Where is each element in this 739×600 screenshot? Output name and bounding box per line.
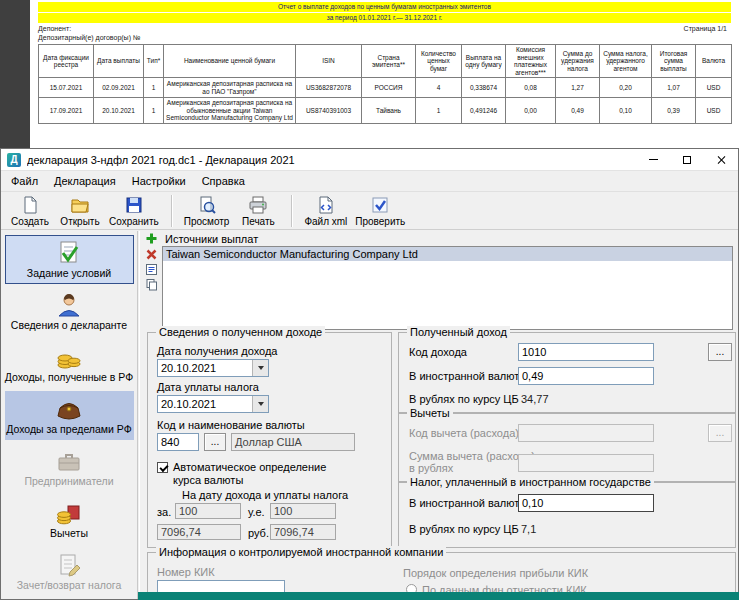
report-cell: 20.10.2021 xyxy=(94,98,144,124)
deduction-sum-label-line1: Сумма вычета (расхода) xyxy=(409,450,535,462)
report-cell: 02.09.2021 xyxy=(94,78,144,98)
menu-file[interactable]: Файл xyxy=(3,172,46,190)
report-cell: USD xyxy=(696,78,732,98)
desktop: Отчет о выплате доходов по ценным бумага… xyxy=(0,0,739,600)
tax-foreign-field[interactable]: 0,10 xyxy=(518,494,654,512)
copy-source-button[interactable] xyxy=(143,277,160,291)
window-title: декларация 3-ндфл 2021 год.dc1 - Деклара… xyxy=(27,154,636,166)
report-row: 15.07.2021 02.09.2021 1 Американская деп… xyxy=(39,78,732,98)
auto-rate-checkbox[interactable] xyxy=(157,462,168,473)
deduction-sum-label-line2: в рублях xyxy=(409,462,453,474)
report-col-header: Итоговая сумма выплаты xyxy=(652,45,696,78)
save-button[interactable]: Сохранить xyxy=(105,193,163,229)
report-cell: 0,49 xyxy=(556,98,600,124)
report-deponent-label: Депонент: xyxy=(38,25,71,32)
coins-ledger-icon xyxy=(56,500,82,526)
deductions-group: Вычеты Код вычета (расхода) ... Сумма вы… xyxy=(398,413,736,482)
currency-browse-button[interactable]: ... xyxy=(204,433,226,451)
za-label: за. xyxy=(157,506,171,518)
report-title-line2: за период 01.01.2021 г.— 31.12.2021 г. xyxy=(38,13,731,23)
report-agreement-label: Депозитарный(е) договор(ы) № xyxy=(38,34,140,41)
sidebar-item-label: Сведения о декларанте xyxy=(11,319,127,331)
date-tax-combo[interactable]: 20.10.2021 xyxy=(157,395,269,413)
edit-source-button[interactable] xyxy=(143,262,160,276)
report-cell: US8740391003 xyxy=(296,98,362,124)
sidebar-item-tax-refund[interactable]: Зачет/возврат налога xyxy=(5,547,134,596)
report-cell: USD xyxy=(696,98,732,124)
sidebar-item-label: Доходы, полученные в РФ xyxy=(5,371,133,383)
new-button[interactable]: Создать xyxy=(5,193,55,229)
menu-declaration[interactable]: Декларация xyxy=(46,172,124,190)
new-file-icon xyxy=(20,195,40,215)
sidebar-item-entrepreneurs[interactable]: Предприниматели xyxy=(5,443,134,492)
xml-file-button[interactable]: Файл xml xyxy=(300,193,351,229)
date-tax-label: Дата уплаты налога xyxy=(157,381,259,393)
source-list-item[interactable]: Taiwan Semiconductor Manufacturing Compa… xyxy=(163,247,732,261)
report-col-header: Наименование ценной бумаги xyxy=(164,45,296,78)
sources-list[interactable]: Taiwan Semiconductor Manufacturing Compa… xyxy=(162,246,733,330)
deductions-legend: Вычеты xyxy=(407,407,453,419)
report-cell: 0,39 xyxy=(652,98,696,124)
open-button-label: Открыть xyxy=(60,216,99,227)
verify-button[interactable]: Проверить xyxy=(351,193,409,229)
sidebar-item-income-abroad[interactable]: Доходы за пределами РФ xyxy=(5,391,134,440)
menu-help[interactable]: Справка xyxy=(194,172,253,190)
report-col-header: Дата выплаты xyxy=(94,45,144,78)
sidebar-item-conditions[interactable]: Задание условий xyxy=(5,235,134,284)
income-foreign-field[interactable]: 0,49 xyxy=(518,367,654,385)
report-col-header: Комиссия внешних платежных агентов*** xyxy=(506,45,556,78)
maximize-button[interactable] xyxy=(670,149,704,171)
report-title-line1: Отчет о выплате доходов по ценным бумага… xyxy=(38,2,731,12)
report-col-header: Количество ценных бумаг xyxy=(416,45,462,78)
preview-button-label: Просмотр xyxy=(184,216,230,227)
close-button[interactable] xyxy=(704,149,738,171)
report-page-label: Страница 1/1 xyxy=(684,25,727,32)
income-code-label: Код дохода xyxy=(409,346,467,358)
minimize-button[interactable] xyxy=(636,149,670,171)
copy-icon xyxy=(145,278,158,291)
open-folder-icon xyxy=(70,195,90,215)
report-header-row: Дата фиксации реестра Дата выплаты Тип* … xyxy=(39,45,732,78)
window-controls xyxy=(636,149,738,171)
dropdown-button[interactable] xyxy=(252,360,268,376)
income-code-field[interactable]: 1010 xyxy=(518,343,654,361)
currency-code-field[interactable]: 840 xyxy=(157,433,199,451)
sidebar-item-declarant[interactable]: Сведения о декларанте xyxy=(5,287,134,336)
purse-icon xyxy=(56,396,82,422)
sidebar-item-deductions[interactable]: Вычеты xyxy=(5,495,134,544)
received-income-group: Полученный доход Код дохода 1010 ... В и… xyxy=(398,332,736,413)
report-cell: 4 xyxy=(416,78,462,98)
ue-label: у.е. xyxy=(248,506,265,518)
tax-foreign-label: В иностранной валюте xyxy=(409,497,525,509)
print-button[interactable]: Печать xyxy=(233,193,283,229)
new-button-label: Создать xyxy=(11,216,49,227)
report-cell: 1,07 xyxy=(652,78,696,98)
toolbar-separator xyxy=(171,195,172,227)
menu-settings[interactable]: Настройки xyxy=(124,172,194,190)
verify-button-label: Проверить xyxy=(355,216,405,227)
open-button[interactable]: Открыть xyxy=(55,193,105,229)
report-cell: US3682872078 xyxy=(296,78,362,98)
deduction-code-label: Код вычета (расхода) xyxy=(409,427,519,439)
add-source-button[interactable] xyxy=(143,231,160,245)
income-rub-label: В рублях по курсу ЦБ xyxy=(409,393,519,405)
check-icon xyxy=(370,195,390,215)
delete-source-button[interactable] xyxy=(143,247,160,261)
deduction-browse-button: ... xyxy=(708,424,732,442)
sidebar-item-label: Зачет/возврат налога xyxy=(17,579,122,591)
auto-rate-label-line2[interactable]: курса валюты xyxy=(173,474,243,486)
dropdown-button[interactable] xyxy=(252,396,268,412)
minimize-icon xyxy=(649,159,658,160)
currency-name-field: Доллар США xyxy=(231,433,355,451)
window-titlebar[interactable]: Д декларация 3-ндфл 2021 год.dc1 - Декла… xyxy=(1,149,738,171)
sidebar-item-income-rf[interactable]: Доходы, полученные в РФ xyxy=(5,339,134,388)
plus-icon xyxy=(145,232,158,245)
report-table: Дата фиксации реестра Дата выплаты Тип* … xyxy=(38,44,732,124)
auto-rate-label-line1[interactable]: Автоматическое определение xyxy=(173,461,326,473)
date-received-combo[interactable]: 20.10.2021 xyxy=(157,359,269,377)
preview-button[interactable]: Просмотр xyxy=(180,193,234,229)
report-col-header: Сумма налога, удержанного агентом xyxy=(600,45,652,78)
income-code-browse-button[interactable]: ... xyxy=(708,343,732,361)
coins-icon xyxy=(56,344,82,370)
background-report-window[interactable]: Отчет о выплате доходов по ценным бумага… xyxy=(30,0,739,156)
